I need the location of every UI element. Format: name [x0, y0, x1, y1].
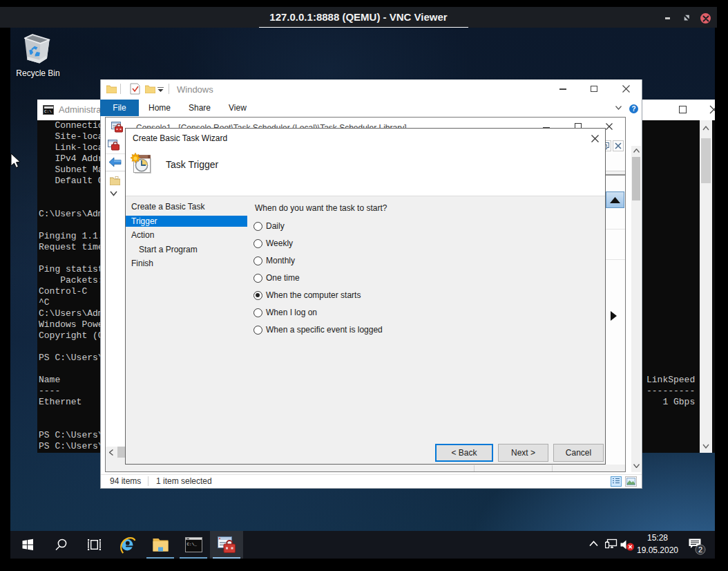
- svg-text:2: 2: [698, 545, 702, 554]
- svg-text:C:\_: C:\_: [187, 542, 198, 547]
